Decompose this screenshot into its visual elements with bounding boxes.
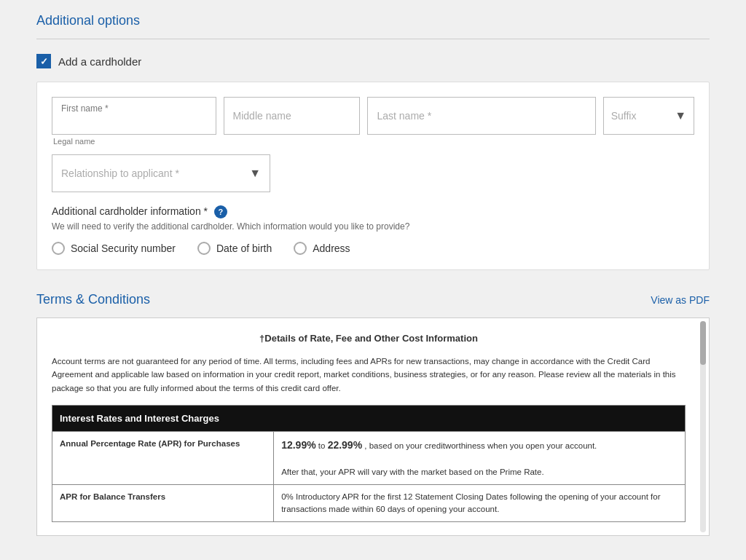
last-name-input-wrapper: Last name *: [367, 97, 595, 135]
rate-sub-desc: After that, your APR will vary with the …: [281, 468, 544, 476]
apr-balance-value: 0% Introductory APR for the first 12 Sta…: [274, 484, 686, 522]
dob-radio-button[interactable]: [197, 242, 211, 255]
rate-from: 12.99%: [281, 439, 315, 451]
middle-name-input-wrapper: Middle name: [224, 97, 361, 135]
additional-cardholder-info-section: Additional cardholder information * ? We…: [52, 205, 694, 255]
dob-radio-label: Date of birth: [216, 242, 272, 254]
terms-header: Terms & Conditions View as PDF: [36, 292, 710, 307]
rate-to-text: to: [318, 441, 328, 450]
suffix-chevron-icon: ▼: [675, 109, 686, 122]
additional-options-title: Additional options: [36, 13, 710, 28]
terms-title: Terms & Conditions: [36, 292, 150, 307]
rate-to: 22.99%: [328, 439, 362, 451]
scrollbar-thumb[interactable]: [700, 321, 706, 365]
relationship-chevron-icon: ▼: [249, 167, 261, 180]
first-name-label: First name *: [61, 103, 109, 114]
cardholder-form-card: First name * Legal name Middle name Last: [36, 82, 710, 270]
relationship-label: Relationship to applicant *: [61, 167, 179, 179]
first-name-input-wrapper: First name *: [52, 97, 216, 135]
relationship-row: Relationship to applicant * ▼: [52, 154, 694, 192]
first-name-input[interactable]: [52, 118, 216, 134]
terms-doc-title: †Details of Rate, Fee and Other Cost Inf…: [52, 331, 686, 346]
address-radio-label: Address: [313, 242, 350, 254]
ssn-radio-option[interactable]: Social Security number: [52, 242, 176, 255]
terms-document-box: †Details of Rate, Fee and Other Cost Inf…: [36, 318, 710, 536]
terms-table: Interest Rates and Interest Charges Annu…: [52, 405, 686, 523]
ssn-radio-label: Social Security number: [71, 242, 176, 254]
additional-info-subtitle: We will need to verify the additional ca…: [52, 221, 694, 232]
terms-table-header-row: Interest Rates and Interest Charges: [52, 405, 686, 432]
help-icon[interactable]: ?: [214, 205, 227, 218]
apr-balance-row: APR for Balance Transfers 0% Introductor…: [52, 484, 686, 522]
last-name-field-group: Last name *: [367, 97, 595, 146]
apr-purchases-row: Annual Percentage Rate (APR) for Purchas…: [52, 432, 686, 485]
terms-box-inner[interactable]: †Details of Rate, Fee and Other Cost Inf…: [52, 331, 694, 522]
apr-purchases-label: Annual Percentage Rate (APR) for Purchas…: [52, 432, 274, 485]
apr-balance-label: APR for Balance Transfers: [52, 484, 274, 522]
last-name-input[interactable]: [368, 118, 594, 134]
address-radio-button[interactable]: [294, 242, 307, 255]
page-container: Additional options Add a cardholder Firs…: [0, 0, 746, 536]
name-fields-row: First name * Legal name Middle name Last: [52, 97, 694, 146]
add-cardholder-row: Add a cardholder: [36, 54, 710, 68]
rate-desc: , based on your creditworthiness when yo…: [364, 441, 597, 450]
additional-options-header: Additional options: [0, 0, 746, 39]
middle-name-input[interactable]: [224, 118, 360, 134]
suffix-select[interactable]: Suffix ▼: [603, 97, 694, 135]
additional-info-title: Additional cardholder information *: [52, 205, 208, 217]
add-cardholder-checkbox[interactable]: [36, 54, 51, 68]
additional-info-title-row: Additional cardholder information * ?: [52, 205, 694, 218]
terms-intro-text: Account terms are not guaranteed for any…: [52, 355, 686, 395]
add-cardholder-label: Add a cardholder: [58, 55, 141, 68]
terms-section: Terms & Conditions View as PDF †Details …: [0, 285, 746, 536]
first-name-sublabel: Legal name: [52, 137, 216, 146]
terms-table-header: Interest Rates and Interest Charges: [52, 405, 686, 432]
content-area: Add a cardholder First name * Legal name…: [0, 39, 746, 285]
ssn-radio-button[interactable]: [52, 242, 65, 255]
relationship-select[interactable]: Relationship to applicant * ▼: [52, 154, 270, 192]
suffix-label: Suffix: [611, 110, 637, 122]
apr-purchases-value: 12.99% to 22.99% , based on your creditw…: [274, 432, 686, 485]
dob-radio-option[interactable]: Date of birth: [197, 242, 272, 255]
suffix-field-group: Suffix ▼: [603, 97, 694, 146]
middle-name-field-group: Middle name: [224, 97, 361, 146]
address-radio-option[interactable]: Address: [294, 242, 350, 255]
scrollbar-track: [700, 321, 706, 532]
first-name-field-group: First name * Legal name: [52, 97, 216, 146]
verification-options-group: Social Security number Date of birth Add…: [52, 242, 694, 255]
view-pdf-link[interactable]: View as PDF: [651, 294, 710, 306]
